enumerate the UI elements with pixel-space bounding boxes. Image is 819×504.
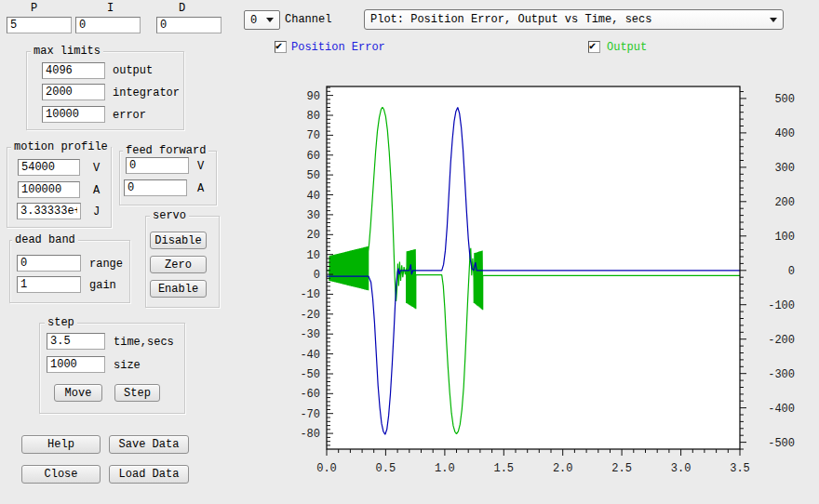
axis-tick-label: -400 [768, 403, 795, 416]
dead-band-title: dead band [12, 234, 78, 245]
step-size-label: size [114, 360, 141, 372]
ff-velocity-input[interactable] [126, 157, 189, 174]
jerk-label: J [93, 206, 100, 219]
feed-forward-title: feed forward [123, 145, 208, 156]
channel-label: Channel [285, 14, 331, 26]
axis-tick-label: 20 [307, 229, 320, 242]
axis-tick-label: 30 [307, 209, 320, 222]
max-error-input[interactable] [42, 106, 105, 123]
deadband-range-input[interactable] [17, 255, 81, 272]
dead-band-group [9, 240, 130, 303]
axis-tick-label: 40 [307, 190, 320, 203]
axis-tick-label: -10 [300, 288, 320, 301]
axis-tick-label: 2.5 [611, 462, 632, 475]
d-label: D [179, 3, 185, 15]
jerk-input[interactable] [17, 203, 81, 219]
deadband-gain-label: gain [89, 280, 116, 292]
accel-input[interactable] [18, 181, 80, 198]
axis-tick-label: 100 [774, 231, 795, 244]
velocity-label: V [93, 163, 100, 175]
channel-select[interactable]: 0 [244, 10, 280, 30]
axis-tick-label: -30 [300, 328, 320, 341]
axis-tick-label: 1.5 [493, 462, 514, 475]
load-data-button[interactable]: Load Data [109, 465, 189, 484]
max-output-label: output [113, 65, 153, 77]
step-time-input[interactable] [47, 333, 105, 350]
axis-tick-label: 0 [788, 265, 795, 278]
step-size-input[interactable] [47, 356, 105, 373]
p-label: P [31, 3, 37, 15]
servo-title: servo [150, 210, 189, 221]
help-button[interactable]: Help [21, 435, 101, 454]
max-output-input[interactable] [42, 62, 105, 79]
ff-velocity-label: V [197, 161, 204, 173]
i-input[interactable] [75, 17, 141, 33]
position-error-legend-label: Position Error [291, 42, 385, 54]
axis-tick-label: 90 [307, 90, 320, 103]
d-input[interactable] [156, 17, 222, 33]
servo-tuning-window: { "pid": { "p_label": "P", "i_label": "I… [0, 0, 819, 504]
max-integrator-input[interactable] [42, 84, 105, 100]
axis-tick-label: 400 [774, 127, 795, 140]
axis-tick-label: 3.5 [730, 462, 750, 475]
axis-tick-label: 3.0 [671, 462, 691, 475]
axis-tick-label: -70 [300, 408, 320, 421]
position-error-checkbox[interactable]: ✔ [275, 41, 287, 53]
accel-label: A [93, 185, 100, 197]
axis-tick-label: -40 [300, 349, 320, 362]
step-time-label: time,secs [114, 337, 174, 349]
plot-select[interactable]: Plot: Position Error, Output vs Time, se… [364, 9, 784, 30]
save-data-button[interactable]: Save Data [109, 435, 189, 454]
checkmark-icon: ✔ [275, 39, 282, 53]
disable-button[interactable]: Disable [150, 232, 207, 249]
channel-value: 0 [245, 14, 266, 27]
chevron-down-icon [770, 18, 777, 22]
step-title: step [45, 317, 77, 328]
enable-button[interactable]: Enable [150, 280, 207, 298]
checkmark-icon: ✔ [589, 39, 596, 53]
axis-tick-label: 70 [307, 129, 320, 142]
axis-tick-label: 10 [307, 249, 320, 262]
axis-tick-label: 0.0 [316, 462, 337, 475]
axis-tick-label: -200 [768, 334, 795, 347]
axis-tick-label: 2.0 [553, 462, 573, 475]
deadband-range-label: range [89, 259, 123, 271]
velocity-input[interactable] [18, 159, 80, 176]
close-button[interactable]: Close [21, 465, 101, 484]
step-button[interactable]: Step [114, 384, 160, 402]
axis-tick-label: -50 [300, 368, 320, 381]
axis-tick-label: 300 [774, 162, 795, 175]
output-checkbox[interactable]: ✔ [588, 41, 600, 53]
axis-tick-label: 0 [314, 269, 320, 282]
axis-tick-label: 0.5 [376, 462, 396, 475]
max-integrator-label: integrator [113, 87, 180, 99]
axis-tick-label: -20 [300, 309, 320, 322]
axis-tick-label: -100 [768, 299, 795, 312]
axis-tick-label: 200 [774, 196, 795, 209]
axis-tick-label: -500 [768, 437, 795, 450]
i-label: I [107, 3, 114, 15]
zero-button[interactable]: Zero [150, 256, 207, 273]
max-limits-title: max limits [31, 46, 103, 57]
p-input[interactable] [7, 17, 72, 33]
deadband-gain-input[interactable] [17, 276, 81, 293]
chevron-down-icon [266, 18, 274, 22]
axis-tick-label: 80 [307, 110, 320, 123]
ff-accel-input[interactable] [124, 179, 187, 196]
motion-profile-title: motion profile [11, 141, 111, 153]
axis-tick-label: -80 [300, 428, 320, 441]
move-button[interactable]: Move [54, 384, 102, 402]
axis-tick-label: -300 [768, 368, 795, 381]
max-error-label: error [113, 110, 146, 122]
axis-tick-label: 1.0 [435, 462, 455, 475]
axis-tick-label: 60 [307, 150, 320, 163]
plot-select-value: Plot: Position Error, Output vs Time, se… [365, 13, 770, 26]
axis-tick-label: -60 [300, 388, 320, 401]
ff-accel-label: A [197, 183, 204, 195]
axis-tick-label: 500 [774, 93, 795, 106]
output-legend-label: Output [607, 42, 647, 54]
axis-tick-label: 50 [307, 169, 320, 182]
